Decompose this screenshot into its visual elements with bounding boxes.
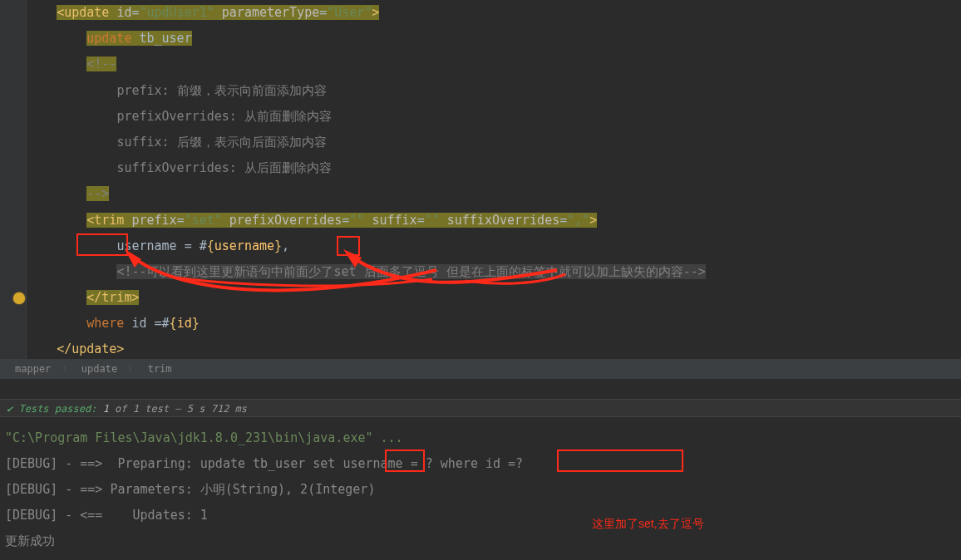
lightbulb-icon[interactable] — [13, 292, 25, 304]
crumb[interactable]: mapper — [15, 363, 51, 375]
xml-value: "" — [425, 213, 440, 228]
crumb[interactable]: trim — [148, 363, 172, 375]
code-editor[interactable]: <update id="updUser1" parameterType="Use… — [0, 0, 961, 359]
xml-comment: prefixOverrides: 从前面删除内容 — [116, 109, 332, 124]
param: id — [177, 316, 192, 331]
tests-count: 1 — [103, 403, 109, 415]
xml-attr: suffixOverrides — [447, 213, 559, 228]
chevron-right-icon: 〉 — [128, 365, 136, 374]
xml-attr: prefix — [131, 213, 176, 228]
chevron-right-icon: 〉 — [62, 365, 71, 374]
console-output[interactable]: "C:\Program Files\Java\jdk1.8.0_231\bin\… — [0, 419, 961, 560]
xml-value: "updUser1" — [139, 5, 214, 20]
brace: } — [274, 238, 282, 253]
xml-tag: <trim — [86, 213, 124, 228]
brace: } — [192, 316, 200, 331]
comma: , — [282, 238, 289, 253]
check-icon: ✔ — [7, 403, 12, 415]
xml-value: "," — [567, 213, 589, 228]
editor-gutter — [0, 0, 27, 359]
brace: { — [170, 316, 177, 331]
xml-tag: <update — [57, 5, 109, 20]
xml-attr: parameterType — [222, 5, 319, 20]
console-line: [DEBUG] - ==> Parameters: 小明(String), 2(… — [5, 482, 375, 497]
crumb[interactable]: update — [81, 363, 117, 375]
xml-attr: suffix — [372, 213, 416, 228]
xml-tag: </trim> — [86, 290, 139, 305]
tests-status-bar: ✔ Tests passed: 1 of 1 test – 5 s 712 ms — [0, 399, 961, 417]
console-line: 更新成功 — [5, 533, 55, 548]
console-line: "C:\Program Files\Java\jdk1.8.0_231\bin\… — [5, 430, 403, 445]
breadcrumb[interactable]: mapper 〉 update 〉 trim — [0, 359, 961, 379]
xml-close: > — [589, 213, 597, 228]
xml-tag: </update> — [57, 341, 124, 356]
sql-ident: tb_user — [131, 31, 191, 46]
code-text: username = # — [116, 238, 206, 253]
console-line: username = ? — [335, 456, 440, 471]
console-line: [DEBUG] - ==> Preparing: update tb_user — [5, 456, 313, 471]
xml-comment: <!--可以看到这里更新语句中前面少了set 后面多了逗号 但是在上面的标签中就… — [116, 264, 705, 279]
param: username — [214, 238, 274, 253]
code-text: id =# — [124, 316, 169, 331]
brace: { — [207, 238, 214, 253]
xml-close: > — [372, 5, 379, 20]
annotation-text: 这里加了set,去了逗号 — [592, 517, 704, 532]
console-line: set — [313, 456, 335, 471]
xml-comment: <!-- — [86, 56, 116, 71]
xml-value: "" — [349, 213, 364, 228]
xml-comment: --> — [86, 186, 109, 201]
console-line: where id =? — [441, 456, 523, 471]
tests-summary: of 1 test – 5 s 712 ms — [115, 403, 247, 415]
tests-label: Tests passed: — [18, 403, 96, 415]
sql-keyword: update — [86, 31, 131, 46]
xml-comment: prefix: 前缀，表示向前面添加内容 — [116, 83, 326, 98]
xml-value: "User" — [327, 5, 372, 20]
sql-keyword: where — [86, 316, 124, 331]
xml-comment: suffixOverrides: 从后面删除内容 — [116, 160, 332, 175]
xml-comment: suffix: 后缀，表示向后面添加内容 — [116, 135, 326, 150]
code-area[interactable]: <update id="updUser1" parameterType="Use… — [27, 0, 961, 359]
xml-value: "set" — [185, 213, 222, 228]
console-line: [DEBUG] - <== Updates: 1 — [5, 508, 208, 523]
xml-attr: prefixOverrides — [229, 213, 342, 228]
xml-attr: id — [116, 5, 131, 20]
